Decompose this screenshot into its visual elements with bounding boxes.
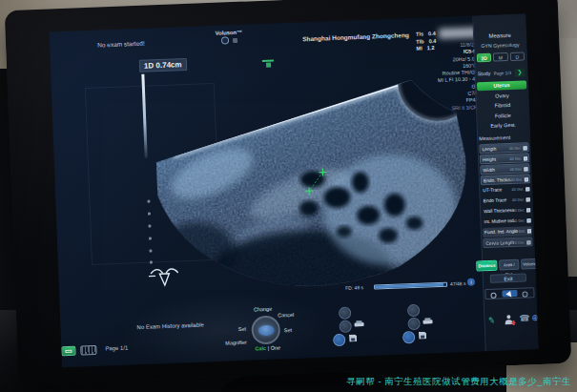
measurement-row-fund-ind-angle[interactable]: Fund. Ind. Angle2D Dist. bbox=[483, 226, 532, 237]
softkey-p1[interactable] bbox=[339, 307, 351, 320]
checkbox[interactable] bbox=[525, 177, 528, 181]
clock-icon bbox=[490, 292, 496, 298]
volume-button[interactable]: Volume bbox=[521, 258, 537, 270]
study-next-page-button[interactable]: ❯ bbox=[514, 68, 525, 76]
study-page-indicator: Page 1/3 bbox=[494, 71, 512, 76]
annotate-pencil-icon[interactable]: ✎ bbox=[487, 315, 496, 325]
distance-measurement-readout: 1D 0.74cm bbox=[139, 58, 187, 72]
area-circ-button[interactable]: Area / Circ. bbox=[499, 259, 519, 271]
ring-toggle[interactable] bbox=[518, 289, 533, 297]
tis-label: TIs bbox=[416, 31, 423, 36]
status-message: No exam started! bbox=[97, 40, 145, 49]
checkbox[interactable] bbox=[525, 187, 529, 191]
softkey-p4[interactable] bbox=[407, 304, 420, 317]
study-row: Study Page 1/3 ❯ bbox=[477, 68, 525, 78]
cursor-toggle[interactable] bbox=[503, 290, 518, 298]
probe-orientation-icon bbox=[262, 59, 274, 68]
softkey-p3[interactable] bbox=[333, 334, 345, 346]
softkey-p5[interactable] bbox=[407, 318, 420, 330]
measurement-row-length[interactable]: Length2D Dist. bbox=[479, 142, 528, 154]
exit-button[interactable]: Exit bbox=[490, 273, 526, 282]
tgc-dot[interactable] bbox=[148, 225, 151, 228]
measurement-list: Length2D Dist. Height2D Dist. Width2D Di… bbox=[479, 142, 532, 248]
cine-time-label: FD: 48 s bbox=[345, 284, 363, 291]
checkbox[interactable] bbox=[526, 197, 530, 201]
tgc-dot[interactable] bbox=[149, 250, 152, 253]
uterus-bodymark-icon bbox=[148, 264, 181, 288]
trackball-change-label: Change bbox=[254, 306, 272, 313]
checkbox[interactable] bbox=[526, 218, 530, 222]
checkbox[interactable] bbox=[524, 156, 527, 160]
ring-icon bbox=[522, 291, 527, 297]
trackball-set-left-label: Set bbox=[238, 326, 246, 332]
measurement-row-endo-trace[interactable]: Endo Trace2D Dist. bbox=[482, 195, 531, 206]
printer-icon bbox=[422, 318, 432, 324]
photo-scene: No exam started! Voluson™ Shanghai Hongm… bbox=[0, 0, 577, 392]
measurement-row-height[interactable]: Height2D Dist. bbox=[480, 153, 529, 164]
study-item-fibroid[interactable]: Fibroid bbox=[478, 100, 527, 111]
distance-button[interactable]: Distance bbox=[476, 260, 497, 272]
tab-d[interactable]: D bbox=[509, 52, 525, 61]
study-list: Uterus Ovary Fibroid Follicle Early Gest… bbox=[477, 80, 528, 131]
printer-icon bbox=[354, 320, 363, 327]
softkey-p2[interactable] bbox=[339, 320, 351, 333]
checkbox[interactable] bbox=[526, 208, 530, 212]
checkbox[interactable] bbox=[527, 229, 531, 233]
measurement-row-wall-thickness[interactable]: Wall Thickness2D Dist. bbox=[482, 205, 531, 217]
save-disk-icon bbox=[349, 334, 357, 341]
trackball-cancel-label: Cancel bbox=[278, 312, 294, 319]
checkbox[interactable] bbox=[526, 240, 530, 244]
measurement-row-int-midline-ind[interactable]: Int. Midline Ind.2D Dist. bbox=[482, 216, 531, 227]
cine-frame-label: 47/48 s bbox=[450, 280, 466, 287]
checkbox[interactable] bbox=[524, 167, 527, 171]
tab-m[interactable]: M bbox=[493, 52, 508, 62]
tgc-dot[interactable] bbox=[149, 237, 152, 240]
page-indicator: Page 1/1 bbox=[105, 345, 128, 352]
pointer-toggle-row bbox=[484, 287, 534, 299]
trackball-magnifier-label: Magnifier bbox=[225, 340, 247, 346]
measurement-row-width[interactable]: Width2D Dist. bbox=[480, 163, 529, 175]
softkey-p6[interactable] bbox=[402, 331, 415, 343]
tgc-dot[interactable] bbox=[147, 200, 150, 203]
exam-history-note: No Exam History available bbox=[136, 321, 204, 330]
measurement-section-label: Measurement bbox=[479, 134, 510, 141]
clock-toggle[interactable] bbox=[486, 290, 502, 298]
status-chip-icon[interactable] bbox=[61, 346, 75, 357]
mode-tabs: 2D M D bbox=[477, 52, 525, 62]
tab-2d[interactable]: 2D bbox=[477, 53, 492, 63]
save-disk-icon bbox=[419, 332, 426, 340]
photo-watermark: 寻嗣帮 - 南宁生殖医院做试管费用大概是多少_南宁生 bbox=[346, 376, 571, 388]
patient-icon[interactable] bbox=[504, 315, 513, 324]
cursor-icon bbox=[506, 291, 514, 299]
ultrasound-image[interactable] bbox=[152, 68, 484, 304]
measurement-row-ut-trace[interactable]: UT-Trace2D Dist. bbox=[481, 184, 530, 196]
study-label: Study bbox=[477, 71, 490, 77]
trackball-calc-label: Calc | One bbox=[255, 344, 280, 351]
keyboard-icon[interactable] bbox=[80, 345, 96, 356]
study-item-ovary[interactable]: Ovary bbox=[477, 91, 526, 101]
study-item-follicle[interactable]: Follicle bbox=[478, 111, 527, 121]
measurement-row-cervix-length[interactable]: Cervix Length2D Dist. bbox=[483, 237, 532, 248]
ultrasound-screen: No exam started! Voluson™ Shanghai Hongm… bbox=[50, 13, 539, 367]
checkbox[interactable] bbox=[524, 146, 527, 150]
ultrasound-monitor: No exam started! Voluson™ Shanghai Hongm… bbox=[5, 0, 572, 384]
measurement-row-endo-thickn[interactable]: Endo. Thickn.2D Dist. bbox=[481, 174, 530, 185]
study-item-uterus[interactable]: Uterus bbox=[477, 80, 526, 91]
trackball-set-right-label: Set bbox=[284, 327, 292, 333]
tgc-dot[interactable] bbox=[150, 261, 153, 264]
tgc-dot[interactable] bbox=[148, 213, 151, 216]
network-icon[interactable]: ⊕ bbox=[531, 313, 538, 322]
phone-icon[interactable]: ☎ bbox=[519, 313, 530, 322]
